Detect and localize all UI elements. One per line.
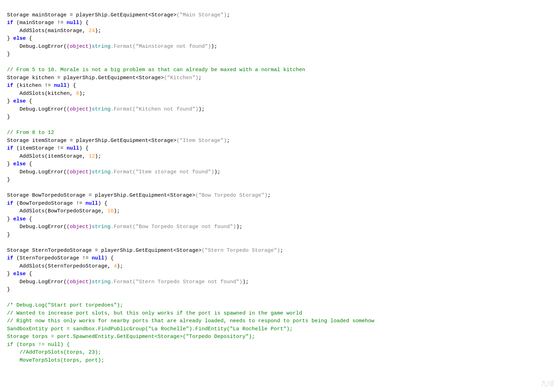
code-line: Storage SternTorpedoStorage = playerShip…	[7, 247, 551, 255]
code-line: Debug.LogError((object)string.Format("It…	[7, 168, 551, 176]
code-line: // Wanted to increase port slots, but th…	[7, 310, 551, 318]
code-line: }	[7, 286, 551, 294]
code-line: }	[7, 51, 551, 59]
code-segment: 4	[114, 263, 117, 269]
code-segment: (itemStorage !=	[13, 145, 67, 151]
code-segment: // Right now this only works for nearby …	[7, 318, 374, 324]
code-line: } else {	[7, 216, 551, 224]
code-segment: //AddTorpSlots(torps, 23);	[7, 349, 101, 355]
code-segment: AddSlots(mainStorage,	[7, 28, 89, 34]
code-segment: (object)	[67, 279, 92, 285]
code-segment: as	[148, 67, 154, 73]
code-segment: else	[13, 271, 26, 277]
code-segment: // From 8 to 12	[7, 130, 54, 136]
code-segment: Storage BowTorpedoStorage = playerShip.G…	[7, 193, 167, 198]
code-segment: }	[7, 287, 10, 293]
code-segment: if	[7, 145, 13, 151]
code-segment: Debug.LogError(	[7, 44, 67, 50]
code-segment: );	[214, 169, 220, 175]
code-segment: 16	[107, 208, 114, 214]
code-segment: );	[79, 91, 85, 97]
code-segment: else	[13, 161, 26, 167]
code-line: } else {	[7, 35, 551, 43]
code-line: Storage kitchen = playerShip.GetEquipmen…	[7, 74, 551, 82]
code-segment: string	[92, 224, 111, 230]
code-segment: ) {	[98, 201, 107, 206]
code-segment: ("Main Storage")	[176, 12, 227, 18]
code-line: if (itemStorage != null) {	[7, 145, 551, 153]
code-segment: null	[85, 201, 98, 206]
code-segment: .Format("Bow Torpedo Storage not found")	[111, 224, 236, 230]
code-segment: if	[7, 20, 13, 26]
code-segment: );	[95, 28, 101, 34]
code-segment: (BowTorpedoStorage !=	[13, 201, 85, 206]
code-segment: AddSlots(BowTorpedoStorage,	[7, 208, 107, 214]
code-segment: 8	[76, 91, 79, 97]
code-line	[7, 121, 551, 129]
code-segment: }	[7, 216, 13, 222]
code-segment: string	[92, 279, 111, 285]
code-segment: );	[198, 106, 205, 112]
code-line: // From 8 to 12	[7, 129, 551, 137]
code-line: AddSlots(mainStorage, 24);	[7, 27, 551, 35]
code-line: //AddTorpSlots(torps, 23);	[7, 349, 551, 357]
code-segment: ;	[267, 193, 271, 198]
code-line: } else {	[7, 160, 551, 168]
code-segment: (object)	[67, 169, 92, 175]
code-segment: else	[13, 36, 26, 42]
code-line: SandboxEntity port = sandbox.FindPublicG…	[7, 325, 551, 333]
code-segment: ;	[227, 138, 230, 144]
code-segment: SandboxEntity port = sandbox.FindPublicG…	[7, 326, 293, 332]
code-segment: <Storage>	[148, 138, 176, 144]
code-segment: if	[7, 83, 13, 89]
code-segment: }	[7, 177, 10, 183]
code-segment: else	[13, 98, 26, 104]
code-segment: <Storage>	[167, 193, 195, 198]
code-segment: .Format("Stern Torpedo Storage not found…	[111, 279, 242, 285]
code-segment: }	[7, 51, 10, 57]
code-segment: Storage kitchen = playerShip.GetEquipmen…	[7, 75, 136, 81]
code-segment: if	[7, 201, 13, 206]
code-line: Storage itemStorage = playerShip.GetEqui…	[7, 137, 551, 145]
code-segment: Storage itemStorage = playerShip.GetEqui…	[7, 138, 148, 144]
code-segment: ("Kitchen")	[164, 75, 198, 81]
code-segment: );	[117, 263, 123, 269]
code-container: Storage mainStorage = playerShip.GetEqui…	[0, 0, 558, 368]
code-segment: ) {	[79, 145, 89, 151]
code-line: AddSlots(SternTorpedoStorage, 4);	[7, 263, 551, 271]
code-segment: ) {	[79, 20, 89, 26]
code-segment: Debug.LogError(	[7, 106, 67, 112]
code-segment: }	[7, 232, 10, 238]
code-segment: .Format("Item storage not found")	[111, 169, 214, 175]
code-line: Storage mainStorage = playerShip.GetEqui…	[7, 12, 551, 20]
code-segment: }	[7, 36, 13, 42]
code-segment: );	[242, 279, 249, 285]
code-segment: AddSlots(SternTorpedoStorage,	[7, 263, 114, 269]
code-segment: Debug.LogError(	[7, 279, 67, 285]
code-line: MoveTorpSlots(torps, port);	[7, 357, 551, 365]
code-line	[7, 239, 551, 247]
code-segment: ("Stern Torpedo Storage")	[202, 248, 280, 254]
code-segment: <Storage>	[148, 12, 176, 18]
code-segment: ) {	[67, 83, 76, 89]
code-segment: (SternTorpedoStorage !=	[13, 255, 92, 261]
code-segment: null	[92, 255, 104, 261]
code-segment: }	[7, 161, 13, 167]
code-line: AddSlots(kitchen, 8);	[7, 90, 551, 98]
code-segment: null	[67, 20, 79, 26]
code-segment: if (torps != null) {	[7, 342, 70, 348]
code-segment: {	[26, 161, 32, 167]
code-line: if (SternTorpedoStorage != null) {	[7, 255, 551, 263]
code-line: if (mainStorage != null) {	[7, 19, 551, 27]
code-segment: ;	[198, 75, 202, 81]
code-segment: );	[114, 208, 120, 214]
code-segment: {	[26, 98, 32, 104]
code-segment: {	[26, 271, 32, 277]
code-line: }	[7, 176, 551, 184]
code-segment: 24	[89, 28, 95, 34]
code-line: Storage torps = port.SpawnedEntity.GetEq…	[7, 333, 551, 341]
code-segment: Storage SternTorpedoStorage = playerShip…	[7, 248, 173, 254]
code-segment: else	[13, 216, 26, 222]
code-segment: .Format("Mainstorage not found")	[111, 44, 211, 50]
code-segment: MoveTorpSlots(torps, port);	[7, 357, 104, 363]
